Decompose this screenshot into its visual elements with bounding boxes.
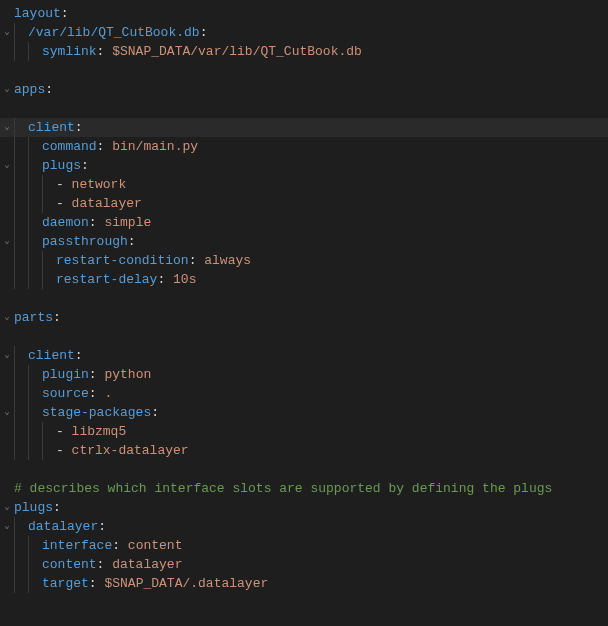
code-token: plugs <box>42 156 81 175</box>
fold-gutter[interactable]: ⌄ <box>0 232 14 251</box>
code-token: : <box>45 80 53 99</box>
fold-gutter[interactable]: ⌄ <box>0 23 14 42</box>
code-token: content <box>128 536 183 555</box>
fold-gutter[interactable]: ⌄ <box>0 517 14 536</box>
code-token: daemon <box>42 213 89 232</box>
indent-guide <box>28 156 42 175</box>
code-line[interactable]: target: $SNAP_DATA/.datalayer <box>0 574 608 593</box>
indent-guide <box>28 441 42 460</box>
indent-guide <box>28 213 42 232</box>
indent-guide <box>28 270 42 289</box>
fold-gutter[interactable]: ⌄ <box>0 346 14 365</box>
fold-gutter[interactable]: ⌄ <box>0 308 14 327</box>
code-token: : <box>128 232 136 251</box>
code-token: : <box>53 308 61 327</box>
indent-guide <box>28 42 42 61</box>
code-token: - <box>56 422 72 441</box>
code-token: datalayer <box>28 517 98 536</box>
indent-guide <box>28 251 42 270</box>
fold-gutter[interactable]: ⌄ <box>0 498 14 517</box>
indent-guide <box>14 536 28 555</box>
indent-guide <box>28 403 42 422</box>
code-line[interactable]: - network <box>0 175 608 194</box>
code-line[interactable]: ⌄plugs: <box>0 156 608 175</box>
code-line[interactable]: symlink: $SNAP_DATA/var/lib/QT_CutBook.d… <box>0 42 608 61</box>
code-token: ctrlx-datalayer <box>72 441 189 460</box>
code-editor[interactable]: layout:⌄/var/lib/QT_CutBook.db:symlink: … <box>0 0 608 593</box>
code-line[interactable]: ⌄datalayer: <box>0 517 608 536</box>
code-token: : <box>81 156 89 175</box>
code-line[interactable]: source: . <box>0 384 608 403</box>
fold-gutter[interactable]: ⌄ <box>0 403 14 422</box>
indent-guide <box>42 441 56 460</box>
code-token: restart-condition <box>56 251 189 270</box>
indent-guide <box>14 346 28 365</box>
code-line[interactable]: ⌄parts: <box>0 308 608 327</box>
code-token: : <box>189 251 205 270</box>
code-line[interactable]: - ctrlx-datalayer <box>0 441 608 460</box>
code-token: : <box>97 555 113 574</box>
code-token: : <box>151 403 159 422</box>
fold-gutter[interactable]: ⌄ <box>0 80 14 99</box>
indent-guide <box>42 194 56 213</box>
code-token: plugin <box>42 365 89 384</box>
code-line[interactable] <box>0 61 608 80</box>
code-token: : <box>89 574 105 593</box>
code-token: $SNAP_DATA/.datalayer <box>104 574 268 593</box>
code-token: : <box>75 346 83 365</box>
code-line[interactable]: restart-delay: 10s <box>0 270 608 289</box>
code-token: layout <box>14 4 61 23</box>
code-line[interactable]: restart-condition: always <box>0 251 608 270</box>
code-line[interactable]: ⌄client: <box>0 346 608 365</box>
code-line[interactable]: layout: <box>0 4 608 23</box>
code-token: : <box>89 365 105 384</box>
code-token: : <box>75 118 83 137</box>
code-line[interactable]: - libzmq5 <box>0 422 608 441</box>
code-line[interactable]: ⌄passthrough: <box>0 232 608 251</box>
code-token: : <box>53 498 61 517</box>
indent-guide <box>14 403 28 422</box>
indent-guide <box>14 156 28 175</box>
code-line[interactable]: ⌄client: <box>0 118 608 137</box>
code-line[interactable]: ⌄apps: <box>0 80 608 99</box>
code-token: : <box>98 517 106 536</box>
code-line[interactable] <box>0 289 608 308</box>
code-token: : <box>112 536 128 555</box>
indent-guide <box>28 555 42 574</box>
fold-gutter[interactable]: ⌄ <box>0 118 14 137</box>
code-line[interactable]: plugin: python <box>0 365 608 384</box>
indent-guide <box>14 213 28 232</box>
code-token: always <box>204 251 251 270</box>
code-line[interactable] <box>0 460 608 479</box>
code-line[interactable] <box>0 99 608 118</box>
code-line[interactable]: ⌄stage-packages: <box>0 403 608 422</box>
code-line[interactable]: daemon: simple <box>0 213 608 232</box>
indent-guide <box>28 384 42 403</box>
code-line[interactable]: - datalayer <box>0 194 608 213</box>
code-line[interactable]: interface: content <box>0 536 608 555</box>
indent-guide <box>42 422 56 441</box>
code-line[interactable] <box>0 327 608 346</box>
indent-guide <box>14 365 28 384</box>
indent-guide <box>28 232 42 251</box>
code-token: command <box>42 137 97 156</box>
code-token: datalayer <box>112 555 182 574</box>
fold-gutter[interactable]: ⌄ <box>0 156 14 175</box>
indent-guide <box>14 574 28 593</box>
code-line[interactable]: command: bin/main.py <box>0 137 608 156</box>
code-line[interactable]: # describes which interface slots are su… <box>0 479 608 498</box>
code-token: libzmq5 <box>72 422 127 441</box>
code-token: plugs <box>14 498 53 517</box>
code-token: . <box>104 384 112 403</box>
indent-guide <box>42 270 56 289</box>
code-line[interactable]: content: datalayer <box>0 555 608 574</box>
code-token: : <box>157 270 173 289</box>
code-line[interactable]: ⌄plugs: <box>0 498 608 517</box>
indent-guide <box>28 175 42 194</box>
code-token: bin/main.py <box>112 137 198 156</box>
code-token: parts <box>14 308 53 327</box>
indent-guide <box>14 42 28 61</box>
code-line[interactable]: ⌄/var/lib/QT_CutBook.db: <box>0 23 608 42</box>
code-token: - <box>56 194 72 213</box>
code-token: interface <box>42 536 112 555</box>
